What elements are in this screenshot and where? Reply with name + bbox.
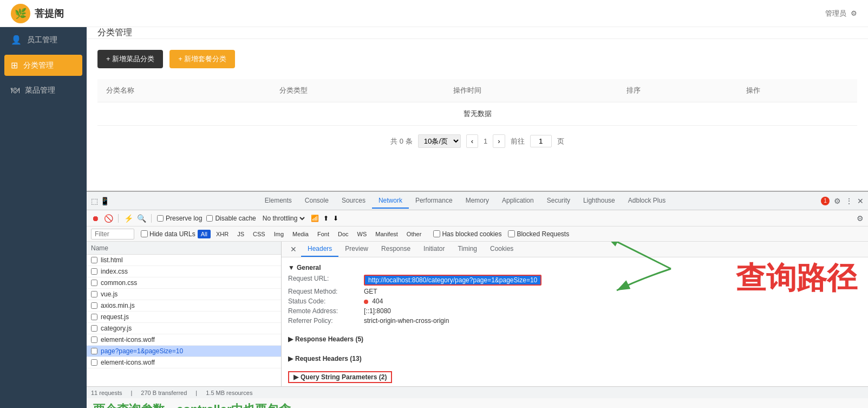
referrer-key: Referrer Policy: — [288, 317, 364, 325]
file-checkbox[interactable] — [91, 336, 97, 343]
file-item[interactable]: list.html — [87, 255, 281, 266]
hide-data-urls-input[interactable] — [141, 230, 148, 237]
transferred-size: 270 B transferred — [141, 390, 187, 396]
action-buttons: + 新增菜品分类 + 新增套餐分类 — [97, 50, 857, 68]
resources-size: 1.5 MB resources — [206, 390, 252, 396]
tab-performance[interactable]: Performance — [409, 193, 459, 209]
file-checkbox[interactable] — [91, 268, 97, 275]
prev-page-button[interactable]: ‹ — [466, 134, 478, 148]
filter-img[interactable]: Img — [271, 230, 287, 238]
sidebar-item-employee[interactable]: 👤 员工管理 — [0, 27, 87, 53]
detail-close-button[interactable]: ✕ — [286, 243, 301, 256]
filter-input[interactable] — [91, 229, 134, 239]
detail-tab-initiator[interactable]: Initiator — [417, 242, 451, 257]
filter-icon[interactable]: ⚡ — [124, 214, 133, 223]
query-arrow-icon: ▶ — [293, 373, 298, 381]
add-combo-button[interactable]: + 新增套餐分类 — [169, 50, 235, 68]
disable-cache-input[interactable] — [206, 215, 213, 222]
add-category-button[interactable]: + 新增菜品分类 — [97, 50, 163, 68]
sep2: | — [195, 390, 197, 396]
filter-ws[interactable]: WS — [354, 230, 370, 238]
file-item-selected[interactable]: page?page=1&pageSize=10 — [87, 346, 281, 357]
file-checkbox[interactable] — [91, 257, 97, 263]
detail-tab-response[interactable]: Response — [375, 242, 417, 257]
blocked-requests-input[interactable] — [508, 230, 515, 237]
filter-other[interactable]: Other — [403, 230, 425, 238]
file-item[interactable]: element-icons.woff — [87, 334, 281, 346]
file-item[interactable]: index.css — [87, 266, 281, 277]
tab-memory[interactable]: Memory — [459, 193, 495, 209]
next-page-button[interactable]: › — [493, 134, 505, 148]
filter-manifest[interactable]: Manifest — [372, 230, 401, 238]
hide-data-urls-checkbox[interactable]: Hide data URLs — [141, 230, 195, 238]
file-name: page?page=1&pageSize=10 — [101, 347, 183, 355]
tab-adblock[interactable]: Adblock Plus — [622, 193, 672, 209]
sep2 — [151, 214, 152, 223]
tab-network[interactable]: Network — [372, 193, 409, 209]
preserve-log-label: Preserve log — [166, 215, 202, 222]
query-params-title[interactable]: ▶ Query String Parameters (2) — [288, 371, 392, 383]
settings-icon[interactable]: ⚙ — [834, 197, 841, 205]
tab-console[interactable]: Console — [298, 193, 335, 209]
file-item[interactable]: axios.min.js — [87, 300, 281, 312]
preserve-log-checkbox[interactable]: Preserve log — [157, 215, 202, 222]
upload-icon[interactable]: ⬆ — [323, 215, 329, 222]
file-checkbox[interactable] — [91, 314, 97, 320]
clear-icon[interactable]: 🚫 — [104, 214, 113, 223]
status-dot — [364, 300, 368, 304]
filter-media[interactable]: Media — [289, 230, 312, 238]
disable-cache-checkbox[interactable]: Disable cache — [206, 215, 256, 222]
general-title[interactable]: ▼ General — [288, 261, 862, 274]
detail-tab-timing[interactable]: Timing — [451, 242, 484, 257]
tab-security[interactable]: Security — [540, 193, 577, 209]
file-item[interactable]: request.js — [87, 312, 281, 323]
devtools-settings-icon[interactable]: ⚙ — [857, 214, 864, 223]
sidebar-item-dishes[interactable]: 🍽 菜品管理 — [0, 78, 87, 103]
throttle-select[interactable]: No throttling Fast 3G Slow 3G — [260, 214, 306, 223]
close-devtools-icon[interactable]: ✕ — [857, 197, 864, 205]
tab-sources[interactable]: Sources — [335, 193, 372, 209]
file-item[interactable]: vue.js — [87, 289, 281, 300]
search-icon[interactable]: 🔍 — [137, 214, 146, 223]
goto-input[interactable] — [530, 135, 552, 147]
goto-label: 前往 — [511, 137, 525, 146]
tab-lighthouse[interactable]: Lighthouse — [577, 193, 622, 209]
detail-tab-preview[interactable]: Preview — [338, 242, 375, 257]
file-checkbox[interactable] — [91, 348, 97, 354]
file-name: common.css — [101, 279, 137, 287]
file-checkbox[interactable] — [91, 302, 97, 309]
download-icon[interactable]: ⬇ — [333, 215, 338, 222]
filter-css[interactable]: CSS — [250, 230, 269, 238]
filter-font[interactable]: Font — [314, 230, 332, 238]
request-headers-title[interactable]: ▶ Request Headers (13) — [288, 352, 862, 365]
filter-js[interactable]: JS — [234, 230, 247, 238]
detail-tab-headers[interactable]: Headers — [301, 242, 338, 257]
file-name: list.html — [101, 256, 123, 264]
remote-address-value: [::1]:8080 — [364, 307, 391, 315]
file-checkbox[interactable] — [91, 291, 97, 297]
device-icon[interactable]: 📱 — [100, 197, 109, 205]
filter-xhr[interactable]: XHR — [213, 230, 232, 238]
detail-tab-cookies[interactable]: Cookies — [484, 242, 520, 257]
file-checkbox[interactable] — [91, 359, 97, 366]
response-headers-title[interactable]: ▶ Response Headers (5) — [288, 332, 862, 345]
preserve-log-input[interactable] — [157, 215, 164, 222]
file-item[interactable]: category.js — [87, 323, 281, 334]
has-blocked-cookies-checkbox[interactable]: Has blocked cookies — [433, 230, 501, 238]
tab-application[interactable]: Application — [495, 193, 540, 209]
file-item[interactable]: common.css — [87, 277, 281, 289]
request-url-row: Request URL: http://localhost:8080/categ… — [288, 274, 862, 287]
page-size-select[interactable]: 10条/页 20条/页 50条/页 — [418, 134, 461, 148]
filter-all[interactable]: All — [198, 230, 211, 238]
file-checkbox[interactable] — [91, 325, 97, 332]
tab-elements[interactable]: Elements — [258, 193, 298, 209]
blocked-requests-checkbox[interactable]: Blocked Requests — [508, 230, 569, 238]
inspect-icon[interactable]: ⬚ — [91, 197, 98, 205]
more-icon[interactable]: ⋮ — [845, 197, 853, 205]
file-checkbox[interactable] — [91, 280, 97, 286]
filter-doc[interactable]: Doc — [335, 230, 352, 238]
file-item[interactable]: element-icons.woff — [87, 357, 281, 368]
has-blocked-cookies-input[interactable] — [433, 230, 440, 237]
record-icon[interactable]: ⏺ — [91, 214, 100, 223]
sidebar-item-category[interactable]: ⊞ 分类管理 — [4, 55, 82, 76]
